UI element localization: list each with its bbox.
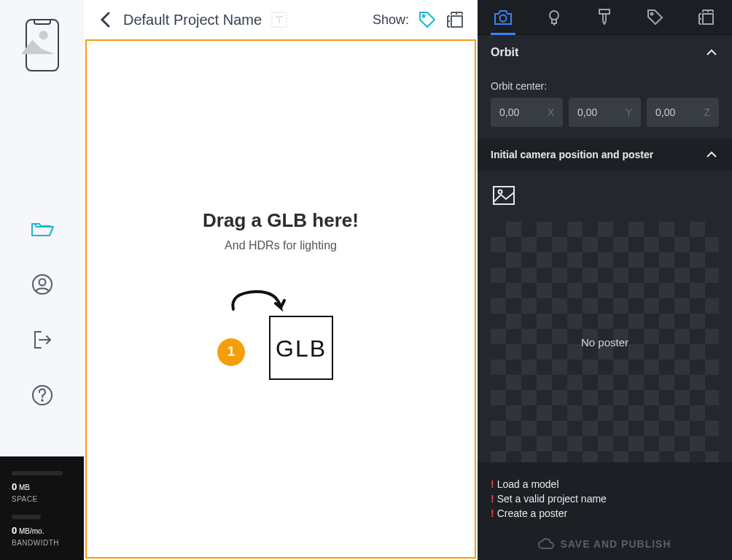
tab-camera[interactable] <box>485 0 521 35</box>
device-preview-phone[interactable] <box>26 19 59 71</box>
warning-item: !Create a poster <box>491 508 719 519</box>
drop-canvas[interactable]: Drag a GLB here! And HDRs for lighting G… <box>85 39 476 559</box>
folder-open-icon[interactable] <box>31 217 54 241</box>
help-icon[interactable] <box>31 384 54 407</box>
svg-point-7 <box>423 15 425 18</box>
glb-label: GLB <box>276 335 327 362</box>
tab-lighting[interactable] <box>536 0 572 35</box>
svg-rect-8 <box>451 16 462 27</box>
orbit-z-input[interactable]: 0,00 Z <box>647 98 719 127</box>
glb-drop-graphic: GLB 1 <box>219 287 343 389</box>
camera-title: Initial camera position and poster <box>491 149 653 160</box>
drop-title: Drag a GLB here! <box>203 209 359 232</box>
storage-bandwidth-label: BANDWIDTH <box>12 539 72 547</box>
svg-point-1 <box>39 31 47 39</box>
storage-space-unit: MB <box>19 483 30 491</box>
text-frame-icon[interactable] <box>270 11 288 28</box>
warning-item: !Load a model <box>491 478 719 490</box>
storage-space-value: 0 <box>12 481 17 492</box>
storage-panel: 0 MB SPACE 0 MB/mo. BANDWIDTH <box>0 456 84 560</box>
no-poster-label: No poster <box>581 336 628 349</box>
storage-space-label: SPACE <box>12 495 72 503</box>
svg-point-12 <box>651 12 653 15</box>
save-publish-button: SAVE AND PUBLISH <box>478 528 732 560</box>
orbit-section-header[interactable]: Orbit <box>478 35 732 70</box>
chevron-up-icon <box>704 147 719 162</box>
orbit-x-input[interactable]: 0,00 X <box>491 98 563 127</box>
tab-tags[interactable] <box>637 0 674 35</box>
svg-point-11 <box>550 11 558 20</box>
svg-point-5 <box>42 400 43 401</box>
capture-poster-button[interactable] <box>491 182 517 209</box>
save-publish-label: SAVE AND PUBLISH <box>560 538 671 550</box>
cloud-icon <box>538 538 554 550</box>
tab-materials[interactable] <box>586 0 623 35</box>
tab-dimensions[interactable] <box>688 0 725 35</box>
orbit-center-label: Orbit center: <box>491 80 719 92</box>
show-label: Show: <box>373 12 409 28</box>
poster-preview: No poster <box>491 222 719 462</box>
warning-item: !Set a valid project name <box>491 493 719 505</box>
svg-rect-13 <box>703 14 713 24</box>
dimensions-icon[interactable] <box>445 10 464 29</box>
chevron-up-icon <box>704 45 719 60</box>
image-placeholder-icon <box>21 17 55 69</box>
orbit-title: Orbit <box>491 46 518 59</box>
storage-bandwidth-value: 0 <box>12 525 17 536</box>
camera-section-header[interactable]: Initial camera position and poster <box>478 139 732 171</box>
orbit-y-input[interactable]: 0,00 Y <box>569 98 641 127</box>
project-name[interactable]: Default Project Name <box>123 12 262 28</box>
warnings-list: !Load a model !Set a valid project name … <box>478 465 732 528</box>
storage-bar-bandwidth <box>12 515 41 519</box>
back-button[interactable] <box>97 11 114 28</box>
step-badge: 1 <box>217 338 245 366</box>
svg-point-15 <box>499 190 502 194</box>
user-icon[interactable] <box>31 273 54 296</box>
export-icon[interactable] <box>31 328 54 351</box>
tag-icon[interactable] <box>418 10 437 29</box>
storage-bandwidth-unit: MB/mo. <box>19 527 44 535</box>
svg-point-10 <box>499 15 506 21</box>
storage-bar-space <box>12 471 63 475</box>
svg-point-3 <box>39 279 45 286</box>
drop-subtitle: And HDRs for lighting <box>225 239 337 252</box>
